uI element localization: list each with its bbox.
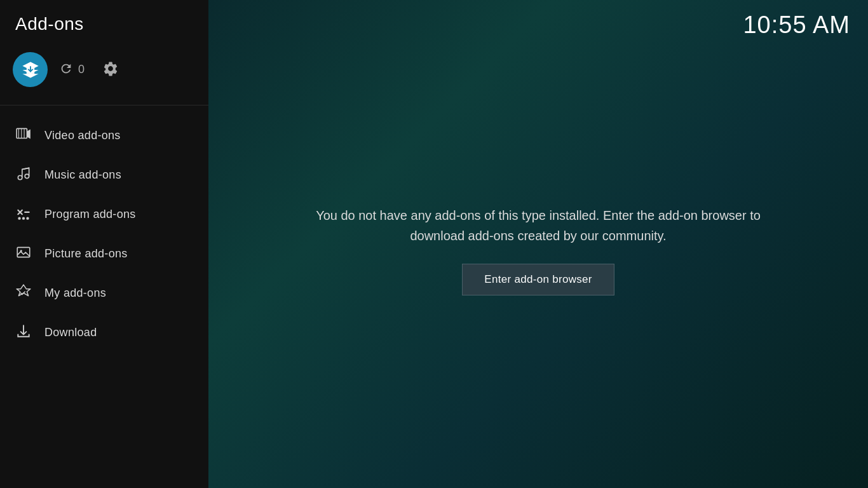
refresh-area[interactable]: 0 xyxy=(59,62,85,78)
main-content: 10:55 AM You do not have any add-ons of … xyxy=(208,0,868,488)
svg-rect-17 xyxy=(17,247,30,257)
main-header: 10:55 AM xyxy=(208,0,868,50)
sidebar-item-label: Picture add-ons xyxy=(44,247,128,261)
sidebar-item-label: Program add-ons xyxy=(44,208,136,221)
sidebar-item-label: My add-ons xyxy=(44,287,106,300)
sidebar-item-music-addons[interactable]: Music add-ons xyxy=(0,155,208,194)
refresh-icon xyxy=(59,62,73,78)
svg-point-16 xyxy=(26,217,29,220)
empty-state-message: You do not have any add-ons of this type… xyxy=(316,205,761,246)
download-icon xyxy=(15,323,32,342)
sidebar: Add-ons 0 xyxy=(0,0,208,488)
clock-display: 10:55 AM xyxy=(743,11,850,39)
sidebar-item-label: Video add-ons xyxy=(44,129,121,142)
sidebar-item-label: Download xyxy=(44,326,97,339)
program-icon xyxy=(15,205,32,224)
sidebar-item-program-addons[interactable]: Program add-ons xyxy=(0,194,208,234)
sidebar-item-picture-addons[interactable]: Picture add-ons xyxy=(0,234,208,273)
svg-point-8 xyxy=(18,175,22,180)
svg-point-14 xyxy=(22,217,25,220)
svg-point-9 xyxy=(25,174,29,179)
my-addons-icon xyxy=(15,283,32,302)
addon-logo-icon[interactable] xyxy=(13,52,48,87)
main-center: You do not have any add-ons of this type… xyxy=(208,50,868,488)
video-icon xyxy=(15,126,32,145)
sidebar-divider xyxy=(0,105,208,105)
sidebar-nav: Video add-ons Music add-ons xyxy=(0,111,208,357)
sidebar-item-download[interactable]: Download xyxy=(0,313,208,352)
sidebar-item-my-addons[interactable]: My add-ons xyxy=(0,273,208,313)
picture-icon xyxy=(15,244,32,263)
refresh-count: 0 xyxy=(78,63,85,76)
enter-addon-browser-button[interactable]: Enter add-on browser xyxy=(462,264,614,295)
svg-line-10 xyxy=(22,168,29,169)
svg-point-15 xyxy=(18,217,20,220)
page-title: Add-ons xyxy=(0,0,208,46)
music-icon xyxy=(15,165,32,184)
sidebar-item-label: Music add-ons xyxy=(44,168,121,182)
sidebar-item-video-addons[interactable]: Video add-ons xyxy=(0,116,208,155)
settings-icon[interactable] xyxy=(102,60,119,79)
sidebar-header: 0 xyxy=(0,46,208,100)
